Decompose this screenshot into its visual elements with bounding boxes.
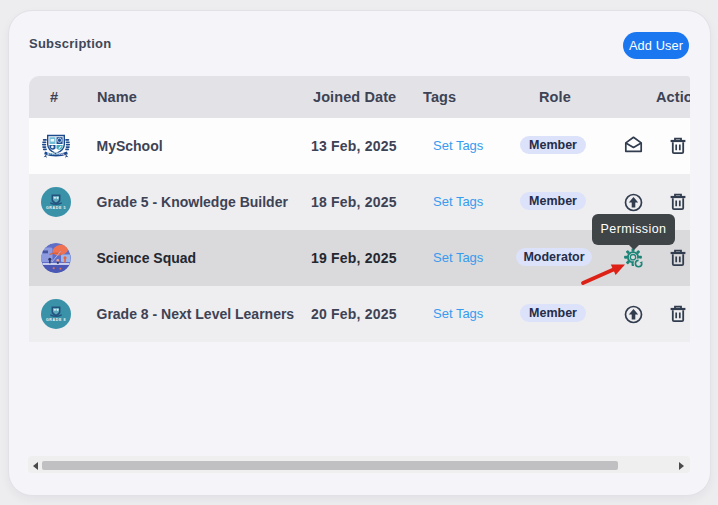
svg-text:GRADE 5: GRADE 5 — [46, 206, 66, 210]
svg-text:GRADE 8: GRADE 8 — [46, 318, 66, 322]
svg-text:MYSCHOOL: MYSCHOOL — [47, 152, 65, 156]
